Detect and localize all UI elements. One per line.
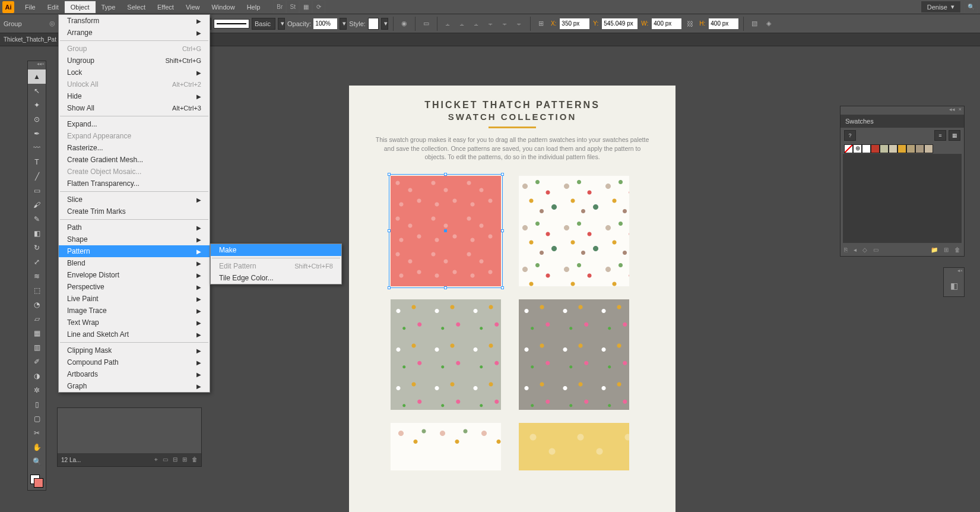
new-folder-icon[interactable]: 📁: [931, 246, 938, 253]
menu-item-line-and-sketch-art[interactable]: Line and Sketch Art▶: [59, 328, 210, 340]
menu-item-flatten-transparency[interactable]: Flatten Transparency...: [59, 178, 210, 189]
user-menu[interactable]: Denise ▾: [921, 1, 961, 13]
w-field[interactable]: 400 px: [652, 18, 681, 29]
menubar-item-window[interactable]: Window: [206, 1, 241, 13]
menubar-item-view[interactable]: View: [180, 1, 206, 13]
menu-item-pattern[interactable]: Pattern▶: [59, 245, 210, 257]
curvature-tool[interactable]: 〰: [28, 141, 46, 155]
type-tool[interactable]: T: [28, 155, 46, 169]
new-swatch-icon[interactable]: ⊞: [944, 246, 949, 253]
new-group-icon[interactable]: ▭: [873, 246, 878, 253]
stock-icon[interactable]: St: [286, 1, 299, 14]
none-swatch[interactable]: [844, 144, 853, 153]
menu-item-ungroup[interactable]: UngroupShift+Ctrl+G: [59, 55, 210, 67]
menu-item-compound-path[interactable]: Compound Path▶: [59, 356, 210, 368]
opacity-arrow[interactable]: ▾: [340, 18, 347, 30]
menu-item-expand[interactable]: Expand...: [59, 118, 210, 130]
align-bottom-icon[interactable]: ⫟: [513, 18, 525, 30]
menu-item-clipping-mask[interactable]: Clipping Mask▶: [59, 345, 210, 356]
pattern-swatch-1[interactable]: [391, 176, 501, 286]
menu-item-transform[interactable]: Transform▶: [59, 15, 210, 27]
swatches-list[interactable]: [843, 154, 962, 243]
menu-item-rasterize[interactable]: Rasterize...: [59, 142, 210, 154]
mesh-tool[interactable]: ▦: [28, 326, 46, 340]
fill-stroke-swatch[interactable]: [28, 472, 46, 490]
bridge-icon[interactable]: Br: [273, 1, 286, 14]
align-center-v-icon[interactable]: ⫟: [499, 18, 511, 30]
transform-icon[interactable]: ⊞: [535, 18, 547, 30]
shape-mode-icon[interactable]: ▧: [749, 18, 760, 30]
rotate-tool[interactable]: ↻: [28, 241, 46, 255]
close-icon[interactable]: ×: [959, 106, 962, 115]
new-sublayer-icon[interactable]: ⊟: [173, 456, 177, 463]
mini-swatch-5[interactable]: [906, 144, 915, 153]
menubar-item-object[interactable]: Object: [65, 1, 96, 13]
stroke-style-dropdown[interactable]: Basic: [252, 18, 275, 30]
locate-icon[interactable]: ⌖: [154, 456, 158, 463]
menu-item-show-all[interactable]: Show AllAlt+Ctrl+3: [59, 102, 210, 114]
free-transform-tool[interactable]: ⬚: [28, 283, 46, 298]
rectangle-tool[interactable]: ▭: [28, 184, 46, 198]
h-field[interactable]: 400 px: [709, 18, 738, 29]
artboard-tool[interactable]: ▢: [28, 412, 46, 426]
menubar-item-help[interactable]: Help: [241, 1, 267, 13]
menu-item-text-wrap[interactable]: Text Wrap▶: [59, 317, 210, 328]
isolate-icon[interactable]: ◈: [763, 18, 775, 30]
lasso-tool[interactable]: ⊙: [28, 112, 46, 127]
align-icon[interactable]: ▭: [420, 18, 432, 30]
library-menu-icon[interactable]: ⎘: [844, 246, 848, 253]
make-clip-icon[interactable]: ▭: [163, 456, 168, 463]
eyedropper-tool[interactable]: ✐: [28, 355, 46, 369]
menubar-item-select[interactable]: Select: [121, 1, 151, 13]
menu-item-perspective[interactable]: Perspective▶: [59, 281, 210, 293]
perspective-tool[interactable]: ▱: [28, 312, 46, 326]
close-icon[interactable]: ×: [42, 61, 45, 69]
pattern-swatch-4[interactable]: [519, 299, 629, 410]
menu-item-path[interactable]: Path▶: [59, 222, 210, 233]
new-layer-icon[interactable]: ⊞: [182, 456, 187, 463]
arrange-docs-icon[interactable]: ▦: [299, 1, 312, 14]
x-field[interactable]: 350 px: [560, 18, 589, 29]
pattern-swatch-5[interactable]: [391, 423, 501, 470]
grid-view-icon[interactable]: ▦: [949, 130, 960, 141]
width-tool[interactable]: ≋: [28, 269, 46, 283]
collapse-icon[interactable]: ◂◂: [949, 106, 955, 115]
pattern-swatch-3[interactable]: [391, 299, 501, 410]
mini-swatch-4[interactable]: [897, 144, 906, 153]
swatches-tab[interactable]: Swatches: [841, 115, 964, 128]
menu-item-slice[interactable]: Slice▶: [59, 194, 210, 206]
edit-contents-icon[interactable]: ◎: [46, 18, 58, 30]
magic-wand-tool[interactable]: ✦: [28, 98, 46, 112]
align-left-icon[interactable]: ⫠: [442, 18, 454, 30]
style-swatch[interactable]: [368, 18, 379, 30]
menubar-item-file[interactable]: File: [19, 1, 42, 13]
libraries-icon[interactable]: ◧: [944, 275, 964, 296]
mini-swatch-0[interactable]: [862, 144, 871, 153]
blend-tool[interactable]: ◑: [28, 369, 46, 383]
gpu-icon[interactable]: ⟳: [312, 1, 325, 14]
graph-tool[interactable]: ▯: [28, 397, 46, 412]
scale-tool[interactable]: ⤢: [28, 255, 46, 269]
menu-item-image-trace[interactable]: Image Trace▶: [59, 305, 210, 317]
delete-layer-icon[interactable]: 🗑: [192, 456, 198, 463]
link-wh-icon[interactable]: ⛓: [684, 18, 696, 30]
mini-swatch-6[interactable]: [915, 144, 924, 153]
align-right-icon[interactable]: ⫠: [471, 18, 483, 30]
menu-item-make[interactable]: Make: [211, 244, 341, 256]
eraser-tool[interactable]: ◧: [28, 226, 46, 241]
y-field[interactable]: 545.049 px: [602, 18, 638, 29]
mini-swatch-2[interactable]: [880, 144, 889, 153]
mini-swatch-3[interactable]: [889, 144, 897, 153]
mini-swatch-1[interactable]: [871, 144, 880, 153]
paintbrush-tool[interactable]: 🖌: [28, 198, 46, 212]
direct-selection-tool[interactable]: ↖: [28, 84, 46, 98]
delete-swatch-icon[interactable]: 🗑: [954, 246, 960, 253]
mini-swatch-7[interactable]: [924, 144, 933, 153]
show-kind-icon[interactable]: ◂: [854, 246, 857, 253]
pencil-tool[interactable]: ✎: [28, 212, 46, 226]
swatch-options-icon[interactable]: ◇: [862, 246, 867, 253]
menubar-item-type[interactable]: Type: [96, 1, 122, 13]
menubar-item-effect[interactable]: Effect: [151, 1, 180, 13]
zoom-tool[interactable]: 🔍: [28, 454, 46, 469]
align-top-icon[interactable]: ⫟: [485, 18, 497, 30]
